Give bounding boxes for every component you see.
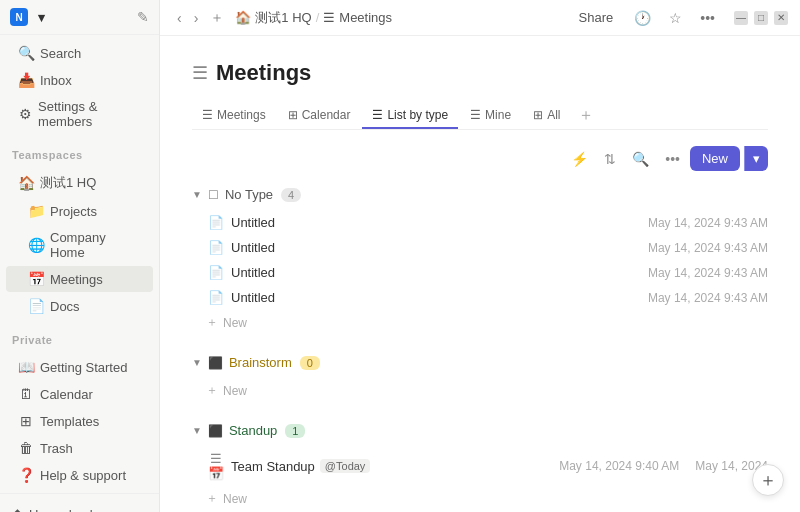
- list-item[interactable]: 📄 Untitled May 14, 2024 9:43 AM: [192, 260, 768, 285]
- sidebar-meetings-label: Meetings: [50, 272, 103, 287]
- sidebar: N ▾ ✎ 🔍 Search 📥 Inbox ⚙ Settings & memb…: [0, 0, 160, 512]
- sidebar-item-projects[interactable]: 📁 Projects: [6, 198, 153, 224]
- sidebar-item-inbox[interactable]: 📥 Inbox: [6, 67, 153, 93]
- tab-list-by-type[interactable]: ☰ List by type: [362, 103, 458, 129]
- sidebar-item-getting-started[interactable]: 📖 Getting Started: [6, 354, 153, 380]
- sidebar-item-docs[interactable]: 📄 Docs: [6, 293, 153, 319]
- page-title-icon: ☰: [192, 62, 208, 84]
- tab-mine-icon: ☰: [470, 108, 481, 122]
- fab-button[interactable]: ＋: [752, 464, 784, 496]
- nav-controls: ‹ › ＋: [172, 6, 229, 30]
- breadcrumb-page[interactable]: Meetings: [339, 10, 392, 25]
- breadcrumb: 🏠 测试1 HQ / ☰ Meetings: [235, 9, 392, 27]
- sidebar-teamspaces: 🏠 测试1 HQ 📁 Projects 🌐 Company Home 📅 Mee…: [0, 164, 159, 324]
- item-created-2: May 14, 2024 9:43 AM: [648, 241, 768, 255]
- doc-icon: 📄: [208, 290, 224, 305]
- list-item-standup[interactable]: ☰📅 Team Standup @Today May 14, 2024 9:40…: [192, 446, 768, 486]
- section-no-type: ▼ ☐ No Type 4 📄 Untitled May 14, 2024 9:…: [192, 183, 768, 335]
- clock-icon-button[interactable]: 🕐: [629, 7, 656, 29]
- add-tab-button[interactable]: ＋: [572, 102, 600, 129]
- close-button[interactable]: ✕: [774, 11, 788, 25]
- item-created-4: May 14, 2024 9:43 AM: [648, 291, 768, 305]
- section-name-no-type: No Type: [225, 187, 273, 202]
- sidebar-footer: ⬆ Upgrade plan: [0, 493, 159, 512]
- sidebar-projects-label: Projects: [50, 204, 97, 219]
- back-button[interactable]: ‹: [172, 7, 187, 29]
- section-standup: ▼ ⬛ Standup 1 ☰📅 Team Standup @Today May…: [192, 419, 768, 511]
- sidebar-getting-started-label: Getting Started: [40, 360, 127, 375]
- section-count-no-type: 4: [281, 188, 301, 202]
- docs-icon: 📄: [28, 298, 44, 314]
- upgrade-icon: ⬆: [12, 507, 23, 512]
- more-button[interactable]: •••: [659, 147, 686, 171]
- search-icon: 🔍: [18, 45, 34, 61]
- more-options-button[interactable]: •••: [695, 7, 720, 29]
- breadcrumb-workspace[interactable]: 测试1 HQ: [255, 9, 311, 27]
- hq-icon: 🏠: [18, 175, 34, 191]
- sidebar-item-trash[interactable]: 🗑 Trash: [6, 435, 153, 461]
- search-button[interactable]: 🔍: [626, 147, 655, 171]
- sidebar-templates-label: Templates: [40, 414, 99, 429]
- edit-icon[interactable]: ✎: [137, 9, 149, 25]
- trash-icon: 🗑: [18, 440, 34, 456]
- calendar-icon: 🗓: [18, 386, 34, 402]
- sidebar-main-nav: 🔍 Search 📥 Inbox ⚙ Settings & members: [0, 35, 159, 139]
- standup-created: May 14, 2024 9:40 AM: [559, 459, 679, 473]
- add-new-brainstorm[interactable]: ＋ New: [192, 378, 768, 403]
- sidebar-item-calendar[interactable]: 🗓 Calendar: [6, 381, 153, 407]
- list-item[interactable]: 📄 Untitled May 14, 2024 9:43 AM: [192, 285, 768, 310]
- add-new-no-type[interactable]: ＋ New: [192, 310, 768, 335]
- sort-button[interactable]: ⇅: [598, 147, 622, 171]
- share-button[interactable]: Share: [571, 7, 622, 28]
- tab-meetings[interactable]: ☰ Meetings: [192, 103, 276, 129]
- add-icon: ＋: [206, 490, 218, 507]
- add-icon: ＋: [206, 314, 218, 331]
- sidebar-company-label: Company Home: [50, 230, 141, 260]
- tab-meetings-icon: ☰: [202, 108, 213, 122]
- minimize-button[interactable]: —: [734, 11, 748, 25]
- star-icon-button[interactable]: ☆: [664, 7, 687, 29]
- item-dates-3: May 14, 2024 9:43 AM: [648, 266, 768, 280]
- tab-mine[interactable]: ☰ Mine: [460, 103, 521, 129]
- tab-all[interactable]: ⊞ All: [523, 103, 570, 129]
- section-chevron-no-type: ▼: [192, 189, 202, 200]
- section-brainstorm-header[interactable]: ▼ ⬛ Brainstorm 0: [192, 351, 768, 374]
- add-page-button[interactable]: ＋: [205, 6, 229, 30]
- main-content: ‹ › ＋ 🏠 测试1 HQ / ☰ Meetings Share 🕐 ☆ ••…: [160, 0, 800, 512]
- workspace-selector[interactable]: N ▾: [10, 8, 45, 26]
- tab-calendar[interactable]: ⊞ Calendar: [278, 103, 361, 129]
- sidebar-item-search[interactable]: 🔍 Search: [6, 40, 153, 66]
- list-item[interactable]: 📄 Untitled May 14, 2024 9:43 AM: [192, 210, 768, 235]
- forward-button[interactable]: ›: [189, 7, 204, 29]
- sidebar-calendar-label: Calendar: [40, 387, 93, 402]
- sidebar-item-templates[interactable]: ⊞ Templates: [6, 408, 153, 434]
- page-content: ☰ Meetings ☰ Meetings ⊞ Calendar ☰ List …: [160, 36, 800, 512]
- filter-button[interactable]: ⚡: [565, 147, 594, 171]
- section-name-standup: Standup: [229, 423, 277, 438]
- item-dates-2: May 14, 2024 9:43 AM: [648, 241, 768, 255]
- list-item[interactable]: 📄 Untitled May 14, 2024 9:43 AM: [192, 235, 768, 260]
- upgrade-label: Upgrade plan: [29, 507, 107, 512]
- new-dropdown-button[interactable]: ▾: [744, 146, 768, 171]
- section-no-type-header[interactable]: ▼ ☐ No Type 4: [192, 183, 768, 206]
- company-icon: 🌐: [28, 237, 44, 253]
- sidebar-item-settings[interactable]: ⚙ Settings & members: [6, 94, 153, 134]
- sidebar-item-company-home[interactable]: 🌐 Company Home: [6, 225, 153, 265]
- sidebar-item-meetings[interactable]: 📅 Meetings: [6, 266, 153, 292]
- section-icon-standup: ⬛: [208, 424, 223, 438]
- sidebar-docs-label: Docs: [50, 299, 80, 314]
- maximize-button[interactable]: □: [754, 11, 768, 25]
- upgrade-plan-button[interactable]: ⬆ Upgrade plan: [12, 502, 147, 512]
- sidebar-item-hq[interactable]: 🏠 测试1 HQ: [6, 169, 153, 197]
- private-label: Private: [0, 328, 159, 349]
- tab-list-icon: ☰: [372, 108, 383, 122]
- section-brainstorm: ▼ ⬛ Brainstorm 0 ＋ New: [192, 351, 768, 403]
- add-label: New: [223, 316, 247, 330]
- section-standup-header[interactable]: ▼ ⬛ Standup 1: [192, 419, 768, 442]
- sidebar-item-help[interactable]: ❓ Help & support: [6, 462, 153, 488]
- new-button[interactable]: New: [690, 146, 740, 171]
- standup-title: Team Standup @Today: [231, 459, 559, 474]
- add-label: New: [223, 384, 247, 398]
- tab-list-label: List by type: [387, 108, 448, 122]
- add-new-standup[interactable]: ＋ New: [192, 486, 768, 511]
